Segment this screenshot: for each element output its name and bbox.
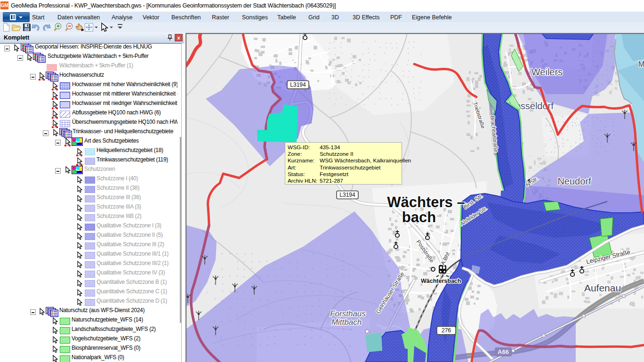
svg-text:L3194: L3194 bbox=[339, 192, 355, 198]
svg-text:Neudorf: Neudorf bbox=[557, 176, 591, 186]
svg-text:bach: bach bbox=[402, 209, 436, 225]
svg-text:Wächtersbach: Wächtersbach bbox=[421, 278, 461, 284]
svg-text:Mittbach: Mittbach bbox=[331, 318, 362, 327]
svg-text:Mü: Mü bbox=[638, 60, 644, 68]
svg-text:L3194: L3194 bbox=[290, 81, 306, 88]
svg-text:A66: A66 bbox=[498, 348, 509, 355]
svg-text:Aufenau: Aufenau bbox=[584, 282, 621, 293]
svg-text:Wächters –: Wächters – bbox=[387, 194, 465, 210]
svg-text:Forsthaus: Forsthaus bbox=[330, 309, 366, 318]
svg-text:276: 276 bbox=[442, 327, 451, 334]
svg-text:Weilers: Weilers bbox=[531, 67, 563, 77]
